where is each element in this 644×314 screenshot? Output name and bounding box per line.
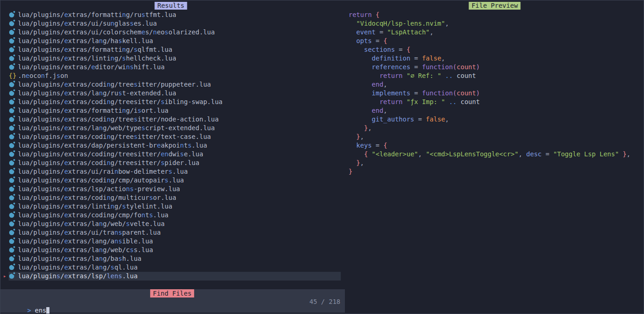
file-path: lua/plugins/extras/lsp/actions-preview.l… — [18, 185, 180, 193]
file-preview-title: File Preview — [469, 2, 520, 10]
lua-file-icon — [9, 106, 18, 115]
lua-file-icon — [9, 150, 18, 159]
lua-file-icon — [9, 124, 18, 132]
results-list[interactable]: lua/plugins/extras/formatting/rustfmt.lu… — [0, 11, 345, 281]
result-row[interactable]: ▸lua/plugins/extras/lsp/lens.lua — [9, 272, 341, 281]
prompt-window[interactable]: Find Files >ens 45 / 218 — [0, 289, 345, 313]
file-path: lua/plugins/extras/lang/bash.lua — [18, 254, 142, 263]
lua-file-icon — [9, 37, 18, 45]
file-path: lua/plugins/extras/formatting/sqlfmt.lua — [18, 45, 172, 54]
json-file-icon: {} — [9, 72, 18, 80]
file-path: lua/plugins/extras/dap/persistent-breakp… — [18, 141, 207, 150]
result-row[interactable]: lua/plugins/extras/lang/ansible.lua — [9, 237, 341, 246]
lua-file-icon — [9, 63, 18, 72]
lua-file-icon — [9, 193, 18, 202]
text-cursor-icon — [46, 307, 49, 314]
code-line: "VidocqH/lsp-lens.nvim", — [349, 19, 630, 28]
code-line: implements = function(count) — [349, 89, 630, 98]
lua-file-icon — [9, 54, 18, 63]
file-path: lua/plugins/extras/lang/web/typescript-e… — [18, 124, 215, 132]
lua-file-icon — [9, 185, 18, 193]
result-row[interactable]: lua/plugins/extras/formatting/isort.lua — [9, 106, 341, 115]
result-row[interactable]: lua/plugins/extras/lang/haskell.lua — [9, 37, 341, 45]
result-row[interactable]: lua/plugins/extras/lang/web/svelte.lua — [9, 220, 341, 228]
code-line: return "ƒx Imp: " .. count — [349, 98, 630, 106]
code-line: } — [349, 167, 630, 176]
result-row[interactable]: lua/plugins/extras/coding/treesitter/nod… — [9, 115, 341, 124]
code-line: }, — [349, 124, 630, 132]
lua-file-icon — [9, 115, 18, 124]
code-line: keys = { — [349, 141, 630, 150]
result-row[interactable]: lua/plugins/extras/coding/cmp/autopairs.… — [9, 176, 341, 185]
lua-file-icon — [9, 141, 18, 150]
result-row[interactable]: lua/plugins/extras/coding/treesitter/sib… — [9, 98, 341, 106]
file-path: lua/plugins/extras/coding/treesitter/spi… — [18, 159, 199, 167]
code-line: references = function(count) — [349, 63, 630, 72]
result-row[interactable]: lua/plugins/extras/dap/persistent-breakp… — [9, 141, 341, 150]
lua-file-icon — [9, 19, 18, 28]
file-path: lua/plugins/extras/lang/web/css.lua — [18, 246, 153, 254]
file-path: lua/plugins/extras/coding/treesitter/sib… — [18, 98, 223, 106]
file-path: lua/plugins/extras/coding/treesitter/end… — [18, 150, 203, 159]
lua-file-icon — [9, 211, 18, 220]
result-row[interactable]: lua/plugins/extras/ui/transparent.lua — [9, 228, 341, 237]
file-path: lua/plugins/extras/coding/multicursor.lu… — [18, 193, 176, 202]
file-path: lua/plugins/extras/ui/transparent.lua — [18, 228, 161, 237]
result-row[interactable]: lua/plugins/extras/linting/stylelint.lua — [9, 202, 341, 211]
code-line: sections = { — [349, 45, 630, 54]
lua-file-icon — [9, 228, 18, 237]
lua-file-icon — [9, 28, 18, 37]
file-path: lua/plugins/extras/coding/treesitter/tex… — [18, 132, 211, 141]
code-line: end, — [349, 80, 630, 89]
file-path: lua/plugins/extras/linting/stylelint.lua — [18, 202, 172, 211]
result-row[interactable]: lua/plugins/extras/coding/treesitter/tex… — [9, 132, 341, 141]
code-line: event = "LspAttach", — [349, 28, 630, 37]
lua-file-icon — [9, 176, 18, 185]
result-row[interactable]: lua/plugins/extras/coding/cmp/fonts.lua — [9, 211, 341, 220]
result-row[interactable]: lua/plugins/extras/coding/multicursor.lu… — [9, 193, 341, 202]
result-row[interactable]: lua/plugins/extras/lang/rust-extended.lu… — [9, 89, 341, 98]
result-row[interactable]: lua/plugins/extras/formatting/sqlfmt.lua — [9, 45, 341, 54]
preview-code: return { "VidocqH/lsp-lens.nvim", event … — [349, 11, 630, 176]
file-path: lua/plugins/extras/lang/haskell.lua — [18, 37, 153, 45]
code-line: definition = false, — [349, 54, 630, 63]
code-line: }, — [349, 132, 630, 141]
code-line: { "<leader>ue", "<cmd>LspLensToggle<cr>"… — [349, 150, 630, 159]
prompt-line[interactable]: >ens — [4, 297, 49, 306]
results-panel: Results lua/plugins/extras/formatting/ru… — [0, 0, 345, 285]
search-input[interactable]: ens — [35, 307, 46, 314]
file-path: lua/plugins/extras/lang/sql.lua — [18, 263, 137, 272]
lua-file-icon — [9, 45, 18, 54]
lua-file-icon — [9, 89, 18, 98]
code-line: git_authors = false, — [349, 115, 630, 124]
result-row[interactable]: lua/plugins/extras/lsp/actions-preview.l… — [9, 185, 341, 193]
lua-file-icon — [9, 202, 18, 211]
result-row[interactable]: lua/plugins/extras/ui/sunglasses.lua — [9, 19, 341, 28]
result-row[interactable]: lua/plugins/extras/coding/treesitter/pup… — [9, 80, 341, 89]
prompt-chevron-icon: > — [27, 307, 31, 314]
file-path: lua/plugins/extras/ui/colorschemes/neoso… — [18, 28, 215, 37]
code-line: }, — [349, 159, 630, 167]
result-row[interactable]: lua/plugins/extras/lang/web/css.lua — [9, 246, 341, 254]
result-row[interactable]: {}.neoconf.json — [9, 72, 341, 80]
file-path: lua/plugins/extras/lsp/lens.lua — [18, 272, 137, 281]
result-row[interactable]: lua/plugins/extras/lang/web/typescript-e… — [9, 124, 341, 132]
lua-file-icon — [9, 237, 18, 246]
result-row[interactable]: lua/plugins/extras/editor/winshift.lua — [9, 63, 341, 72]
lua-file-icon — [9, 11, 18, 19]
result-row[interactable]: lua/plugins/extras/coding/treesitter/end… — [9, 150, 341, 159]
result-row[interactable]: lua/plugins/extras/ui/rainbow-delimeters… — [9, 167, 341, 176]
file-preview-panel: File Preview return { "VidocqH/lsp-lens.… — [345, 0, 644, 285]
lua-file-icon — [9, 272, 18, 281]
result-row[interactable]: lua/plugins/extras/lang/sql.lua — [9, 263, 341, 272]
file-path: lua/plugins/extras/coding/treesitter/nod… — [18, 115, 218, 124]
fuzzy-finder-window: Results lua/plugins/extras/formatting/ru… — [0, 0, 644, 314]
result-row[interactable]: lua/plugins/extras/linting/shellcheck.lu… — [9, 54, 341, 63]
result-row[interactable]: lua/plugins/extras/coding/treesitter/spi… — [9, 159, 341, 167]
result-row[interactable]: lua/plugins/extras/ui/colorschemes/neoso… — [9, 28, 341, 37]
file-path: lua/plugins/extras/coding/treesitter/pup… — [18, 80, 211, 89]
file-path: lua/plugins/extras/lang/ansible.lua — [18, 237, 153, 246]
result-row[interactable]: lua/plugins/extras/formatting/rustfmt.lu… — [9, 11, 341, 19]
result-row[interactable]: lua/plugins/extras/lang/bash.lua — [9, 254, 341, 263]
code-line: return { — [349, 11, 630, 19]
